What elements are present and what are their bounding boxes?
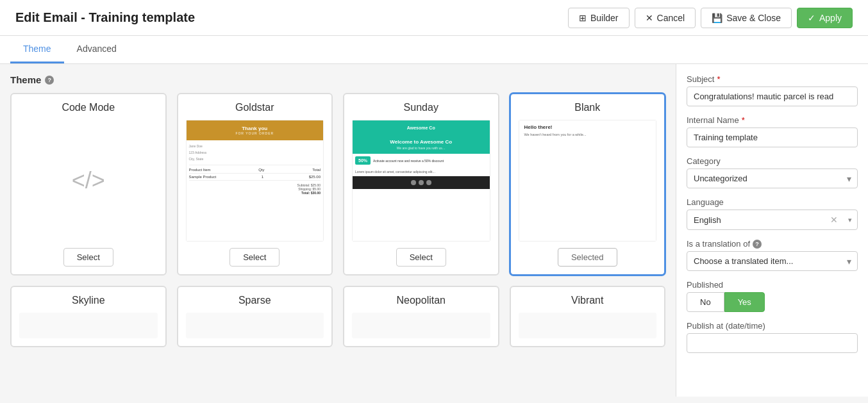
goldstar-preview-inner: Thank you FOR YOUR ORDER Jane Doe 123 Ad…	[186, 120, 324, 242]
tab-theme[interactable]: Theme	[10, 36, 64, 63]
theme-sparse-title: Sparse	[238, 295, 271, 306]
theme-code-mode-title: Code Mode	[62, 102, 115, 113]
theme-sparse-preview	[186, 313, 324, 338]
theme-grid: Code Mode </> Select Goldstar Thank you …	[10, 93, 665, 276]
publish-at-field-group: Publish at (date/time)	[687, 321, 858, 353]
cancel-icon: ✕	[646, 13, 653, 23]
theme-skyline-preview	[19, 313, 158, 338]
theme-card-skyline: Skyline	[10, 286, 167, 347]
theme-blank-preview: Hello there! We haven't heard from you f…	[519, 120, 657, 242]
apply-button[interactable]: ✓ Apply	[797, 8, 853, 28]
right-panel: Subject * Internal Name * Category Uncat…	[676, 64, 868, 397]
theme-goldstar-title: Goldstar	[235, 102, 274, 113]
language-dropdown-arrow-icon[interactable]: ▾	[843, 211, 857, 229]
builder-icon: ⊞	[579, 13, 587, 23]
blank-preview-inner: Hello there! We haven't heard from you f…	[519, 120, 657, 242]
theme-neopolitan-preview	[352, 313, 490, 338]
goldstar-select-button[interactable]: Select	[230, 248, 280, 267]
theme-card-blank: Blank Hello there! We haven't heard from…	[510, 93, 666, 276]
sunday-select-button[interactable]: Select	[396, 248, 446, 267]
category-field-group: Category Uncategorized ▾	[687, 156, 858, 188]
translation-info-icon: ?	[753, 240, 762, 249]
theme-sunday-title: Sunday	[404, 102, 438, 113]
published-field-group: Published No Yes	[687, 280, 858, 312]
theme-blank-title: Blank	[574, 102, 600, 113]
top-bar: Edit Email - Training template ⊞ Builder…	[0, 0, 868, 36]
check-icon: ✓	[808, 13, 815, 23]
translation-field-group: Is a translation of ? Choose a translate…	[687, 239, 858, 271]
internal-name-required: *	[742, 115, 745, 125]
gs-header: Thank you FOR YOUR ORDER	[187, 120, 324, 140]
language-field-group: Language English ✕ ▾	[687, 197, 858, 230]
content-area: Theme ? Code Mode </> Select Goldstar Th…	[0, 64, 676, 397]
social-icon-3	[426, 180, 431, 185]
internal-name-field-group: Internal Name *	[687, 115, 858, 147]
language-field-wrapper[interactable]: English ✕ ▾	[687, 210, 858, 230]
save-close-button[interactable]: 💾 Save & Close	[701, 8, 792, 28]
save-icon: 💾	[712, 13, 722, 23]
theme-vibrant-title: Vibrant	[571, 295, 603, 306]
section-label: Theme ?	[10, 74, 665, 85]
page-title: Edit Email - Training template	[15, 10, 195, 25]
main-layout: Theme ? Code Mode </> Select Goldstar Th…	[0, 64, 868, 397]
social-icon-2	[419, 180, 424, 185]
subject-input[interactable]	[687, 86, 858, 106]
theme-goldstar-preview: Thank you FOR YOUR ORDER Jane Doe 123 Ad…	[186, 120, 324, 242]
blank-selected-button[interactable]: Selected	[558, 248, 617, 267]
published-label: Published	[687, 280, 858, 290]
internal-name-label: Internal Name *	[687, 115, 858, 125]
translation-select-wrapper: Choose a translated item... ▾	[687, 251, 858, 271]
category-select-wrapper: Uncategorized ▾	[687, 169, 858, 188]
translation-select[interactable]: Choose a translated item...	[687, 251, 858, 271]
published-no-button[interactable]: No	[687, 292, 724, 312]
translation-label: Is a translation of ?	[687, 239, 858, 249]
top-bar-actions: ⊞ Builder ✕ Cancel 💾 Save & Close ✓ Appl…	[568, 8, 853, 28]
internal-name-input[interactable]	[687, 127, 858, 147]
theme-vibrant-preview	[519, 313, 657, 338]
tab-advanced[interactable]: Advanced	[64, 36, 129, 63]
theme-code-mode-preview: </>	[19, 120, 158, 242]
code-mode-select-button[interactable]: Select	[63, 248, 113, 267]
theme-card-vibrant: Vibrant	[510, 286, 666, 347]
theme-card-goldstar: Goldstar Thank you FOR YOUR ORDER Jane D…	[177, 93, 333, 276]
sunday-preview-inner: Awesome Co Welcome to Awesome Co We are …	[352, 120, 490, 242]
theme-skyline-title: Skyline	[72, 295, 105, 306]
subject-required: *	[717, 74, 720, 84]
category-select[interactable]: Uncategorized	[687, 169, 858, 188]
theme-card-sunday: Sunday Awesome Co Welcome to Awesome Co …	[343, 93, 499, 276]
theme-card-neopolitan: Neopolitan	[343, 286, 499, 347]
code-icon: </>	[72, 167, 105, 194]
tabs-bar: Theme Advanced	[0, 36, 868, 64]
theme-sunday-preview: Awesome Co Welcome to Awesome Co We are …	[352, 120, 490, 242]
theme-card-code-mode: Code Mode </> Select	[10, 93, 167, 276]
published-yes-button[interactable]: Yes	[724, 292, 765, 312]
theme-grid-row2: Skyline Sparse Neopolitan Vibrant	[10, 286, 665, 347]
publish-at-label: Publish at (date/time)	[687, 321, 858, 331]
builder-button[interactable]: ⊞ Builder	[568, 8, 630, 28]
publish-at-input[interactable]	[687, 333, 858, 353]
theme-neopolitan-title: Neopolitan	[397, 295, 446, 306]
category-label: Category	[687, 156, 858, 166]
published-toggle: No Yes	[687, 292, 858, 312]
language-label: Language	[687, 197, 858, 207]
section-info-icon: ?	[45, 76, 54, 85]
theme-card-sparse: Sparse	[177, 286, 333, 347]
social-icon-1	[411, 180, 416, 185]
subject-label: Subject *	[687, 74, 858, 84]
cancel-button[interactable]: ✕ Cancel	[635, 8, 696, 28]
subject-field-group: Subject *	[687, 74, 858, 106]
language-clear-icon[interactable]: ✕	[825, 210, 843, 229]
language-value: English	[687, 211, 825, 229]
